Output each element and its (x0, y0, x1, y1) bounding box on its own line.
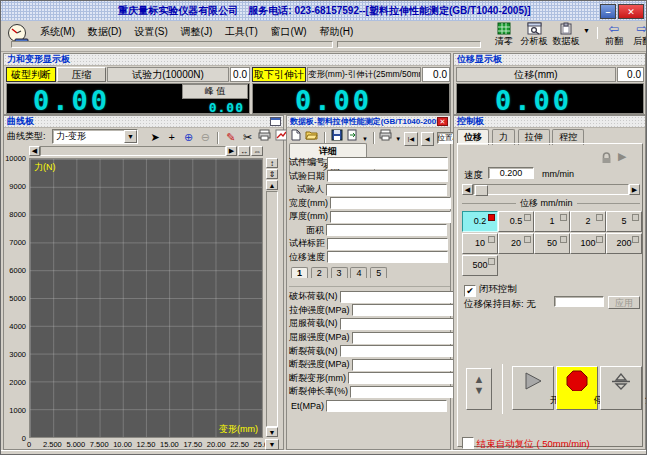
close-button[interactable]: ✕ (618, 4, 644, 19)
chart-vscroll-track[interactable] (266, 191, 278, 427)
speed-slider-thumb[interactable] (475, 185, 488, 196)
menu-help[interactable]: 帮助(H) (314, 23, 358, 41)
width-input[interactable] (330, 197, 451, 209)
menu-window[interactable]: 窗口(W) (266, 23, 312, 41)
gauge-length-input[interactable] (327, 238, 448, 250)
fracture-load-input[interactable] (340, 345, 461, 357)
chart-vscroll-up[interactable]: ▲ (266, 180, 278, 190)
export-icon[interactable] (346, 129, 359, 143)
speed-btn-20[interactable]: 20 (498, 233, 534, 254)
speed-btn-10[interactable]: 10 (462, 233, 498, 254)
speed-btn-5[interactable]: 5 (606, 211, 642, 232)
test-date-input[interactable] (327, 170, 448, 182)
speed-btn-50[interactable]: 50 (534, 233, 570, 254)
chart-hscroll-right[interactable]: ▶ (226, 146, 237, 156)
cursor-tool-icon[interactable]: ➤ (148, 131, 162, 144)
speed-btn-2[interactable]: 2 (570, 211, 606, 232)
chart-hscroll-track[interactable] (40, 146, 226, 156)
speed-btn-100[interactable]: 100 (570, 233, 606, 254)
chart-hscroll-left[interactable]: ◀ (29, 146, 40, 156)
subtab-3[interactable]: 3 (331, 267, 348, 278)
jog-up-down-button[interactable]: ▲▼ (466, 368, 492, 410)
speed-slider-right[interactable]: ▶ (629, 184, 640, 195)
closed-loop-checkbox[interactable]: ✔ (464, 285, 476, 297)
menu-settings[interactable]: 设置(S) (129, 23, 172, 41)
fit-height2-icon[interactable]: ⇕ (266, 169, 278, 179)
subtab-4[interactable]: 4 (350, 267, 367, 278)
disp-speed-input[interactable] (327, 251, 448, 263)
apply-button[interactable]: 应用 (608, 296, 640, 309)
subtab-1[interactable]: 1 (291, 267, 308, 278)
page-next-icon: ⇨ (627, 22, 647, 37)
save-icon[interactable] (330, 129, 343, 143)
reset-label: 复位 (634, 394, 647, 407)
new-file-icon[interactable] (289, 129, 302, 143)
displacement-panel-title: 位移显示板 (454, 54, 645, 66)
data-board-button[interactable]: 数据板 (551, 22, 581, 47)
break-load-input[interactable] (340, 291, 461, 303)
fit-width-icon[interactable]: ↔ (238, 146, 250, 156)
open-file-icon[interactable] (305, 129, 319, 143)
speed-btn-0.5[interactable]: 0.5 (498, 211, 534, 232)
speed-btn-1[interactable]: 1 (534, 211, 570, 232)
save-dropdown-icon[interactable]: ▼ (362, 136, 368, 142)
speed-btn-500[interactable]: 500 (462, 255, 498, 276)
data-panel-close-icon[interactable]: ✕ (437, 117, 448, 126)
data-board-dropdown[interactable]: ▼ (583, 27, 590, 34)
thickness-input[interactable] (330, 211, 451, 223)
menu-tools[interactable]: 工具(T) (220, 23, 263, 41)
curve-type-select[interactable]: 力-变形 ▼ (52, 129, 138, 144)
print-data-icon[interactable] (379, 129, 392, 143)
zoom-in-icon[interactable]: ⊕ (182, 131, 196, 144)
fit-height-icon[interactable]: ↕ (266, 158, 278, 168)
speed-btn-0.2[interactable]: 0.2 (462, 211, 498, 232)
specimen-id-input[interactable] (327, 157, 448, 169)
remove-extensometer-button[interactable]: 取下引伸计 (252, 67, 306, 82)
hold-target-input[interactable] (554, 296, 604, 307)
pen-tool-icon[interactable]: ✎ (224, 131, 238, 144)
et-modulus-input[interactable] (326, 400, 447, 412)
zoom-out-icon[interactable]: ⊖ (198, 131, 212, 144)
compress-button[interactable]: 压缩 (57, 67, 106, 82)
subtab-5[interactable]: 5 (370, 267, 387, 278)
print-dropdown-icon[interactable]: ▼ (395, 136, 401, 142)
field-row: 位移速度 (289, 251, 450, 265)
window-restore-icon[interactable] (270, 117, 281, 126)
clear-zero-button[interactable]: 清零 (489, 22, 519, 47)
scissors-tool-icon[interactable]: ✂ (241, 131, 255, 144)
crosshair-tool-icon[interactable]: + (165, 131, 179, 143)
analysis-board-button[interactable]: 分析板 (519, 22, 549, 47)
menu-data[interactable]: 数据(D) (83, 23, 127, 41)
jog-play-icon[interactable]: ▶ (618, 150, 626, 163)
tester-input[interactable] (326, 184, 447, 196)
control-panel: 控制板 位移 力 拉伸 程控 ▶ 速度 mm/min ◀ ▶ 位移 mm/min… (453, 115, 646, 450)
field-row: 拉伸强度(MPa) (289, 304, 450, 318)
speed-slider-left[interactable]: ◀ (462, 184, 473, 195)
area-input[interactable] (326, 224, 447, 236)
menu-system[interactable]: 系统(M) (35, 23, 80, 41)
auto-reset-checkbox[interactable] (462, 437, 474, 449)
print-curve-icon[interactable] (257, 129, 271, 143)
speed-input[interactable] (488, 167, 534, 179)
yield-load-input[interactable] (340, 318, 461, 330)
menu-adjust[interactable]: 调整(J) (176, 23, 218, 41)
fit-extents-icon[interactable]: ⇔ (251, 146, 263, 156)
chart-corner-dropdown[interactable]: ▼ (265, 439, 279, 450)
curve-type-dropdown-icon[interactable]: ▼ (124, 130, 137, 143)
page-next-button[interactable]: ⇨ 后翻 (627, 22, 647, 47)
auto-reset-row: 结束自动复位 ( 50mm/min) (462, 437, 590, 451)
start-button[interactable]: 开始F5 (512, 366, 554, 410)
speed-indicator (524, 214, 531, 221)
page-prev-button[interactable]: ⇦ 前翻 (599, 22, 629, 47)
reset-button[interactable]: 复位 (600, 366, 642, 410)
chart-vscroll-down[interactable]: ▼ (266, 427, 278, 437)
break-judge-button[interactable]: 破型判断 (6, 67, 56, 82)
subtab-2[interactable]: 2 (311, 267, 328, 278)
stop-button[interactable]: 停止F6 (556, 366, 598, 410)
curve-panel: 曲线板 曲线类型: 力-变形 ▼ ➤ + ⊕ ⊖ ✎ ✂ ◷ (3, 115, 284, 450)
speed-btn-200[interactable]: 200 (606, 233, 642, 254)
field-row: 宽度(mm) (289, 197, 450, 211)
fracture-deform-input[interactable] (348, 372, 469, 384)
speed-slider-track[interactable] (473, 184, 629, 195)
minimize-button[interactable]: – (600, 4, 616, 19)
